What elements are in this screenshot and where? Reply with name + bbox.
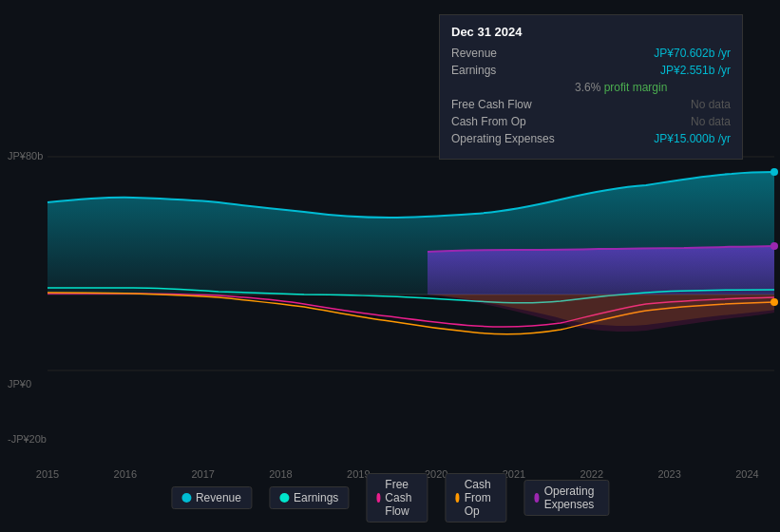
x-label-2016: 2016: [114, 468, 137, 480]
chart-legend: Revenue Earnings Free Cash Flow Cash Fro…: [171, 473, 609, 522]
tooltip-cfo-value: No data: [691, 115, 731, 128]
svg-point-5: [770, 298, 778, 306]
tooltip-fcf-label: Free Cash Flow: [451, 98, 575, 111]
tooltip-margin-row: 3.6% profit margin: [451, 81, 731, 94]
tooltip-fcf-row: Free Cash Flow No data: [451, 98, 731, 111]
tooltip-revenue-value: JP¥70.602b /yr: [654, 47, 731, 60]
legend-fcf-dot: [376, 493, 380, 503]
legend-cfo-dot: [455, 493, 459, 503]
svg-point-4: [770, 242, 778, 250]
tooltip-earnings-value: JP¥2.551b /yr: [660, 64, 731, 77]
tooltip-opex-value: JP¥15.000b /yr: [654, 132, 731, 145]
legend-opex[interactable]: Operating Expenses: [523, 480, 609, 516]
tooltip-margin-value: 3.6% profit margin: [575, 81, 667, 94]
tooltip-revenue-row: Revenue JP¥70.602b /yr: [451, 47, 731, 60]
legend-revenue-dot: [181, 493, 191, 503]
tooltip-earnings-row: Earnings JP¥2.551b /yr: [451, 64, 731, 77]
chart-container: Dec 31 2024 Revenue JP¥70.602b /yr Earni…: [0, 0, 780, 532]
legend-earnings-label: Earnings: [294, 491, 338, 504]
legend-earnings[interactable]: Earnings: [269, 486, 349, 509]
legend-fcf-label: Free Cash Flow: [385, 478, 417, 518]
tooltip-opex-row: Operating Expenses JP¥15.000b /yr: [451, 132, 731, 145]
x-label-2015: 2015: [36, 468, 59, 480]
x-label-2024: 2024: [735, 468, 758, 480]
tooltip-box: Dec 31 2024 Revenue JP¥70.602b /yr Earni…: [439, 14, 743, 160]
chart-svg: [0, 147, 780, 451]
legend-fcf[interactable]: Free Cash Flow: [366, 473, 428, 522]
legend-opex-dot: [534, 493, 539, 503]
tooltip-date: Dec 31 2024: [451, 25, 731, 39]
tooltip-opex-label: Operating Expenses: [451, 132, 575, 145]
legend-cfo[interactable]: Cash From Op: [445, 473, 506, 522]
tooltip-revenue-label: Revenue: [451, 47, 575, 60]
legend-earnings-dot: [279, 493, 289, 503]
tooltip-fcf-value: No data: [691, 98, 731, 111]
x-label-2023: 2023: [657, 468, 680, 480]
legend-opex-label: Operating Expenses: [544, 484, 599, 511]
svg-point-3: [770, 168, 778, 176]
tooltip-cfo-row: Cash From Op No data: [451, 115, 731, 128]
tooltip-earnings-label: Earnings: [451, 64, 575, 77]
legend-cfo-label: Cash From Op: [465, 478, 497, 518]
tooltip-cfo-label: Cash From Op: [451, 115, 575, 128]
legend-revenue[interactable]: Revenue: [171, 486, 252, 509]
legend-revenue-label: Revenue: [196, 491, 241, 504]
